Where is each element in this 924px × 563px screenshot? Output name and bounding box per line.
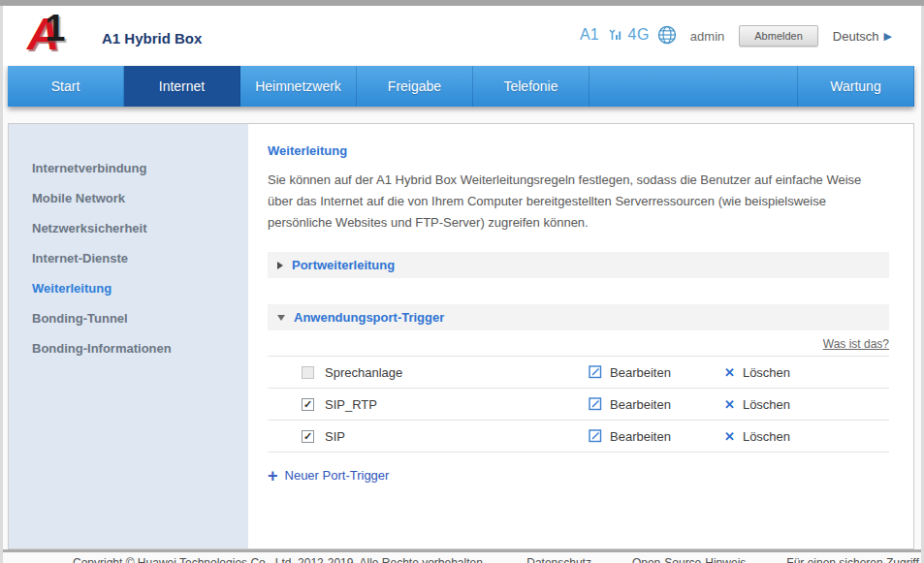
nav-tab-telefonie[interactable]: Telefonie: [473, 66, 589, 107]
language-label: Deutsch: [833, 29, 879, 44]
what-is-this-link[interactable]: Was ist das?: [823, 337, 889, 351]
delete-x-icon: ✕: [724, 397, 735, 412]
page-title-brand: A1 Hybrid Box: [102, 30, 202, 47]
sidebar-menu: InternetverbindungMobile NetworkNetzwerk…: [9, 124, 248, 548]
edit-button[interactable]: Bearbeiten: [589, 429, 724, 444]
sidebar-item-internet-dienste[interactable]: Internet-Dienste: [9, 243, 248, 273]
logged-in-user: admin: [690, 29, 724, 44]
chevron-right-icon: ▶: [884, 30, 892, 43]
row-checkbox[interactable]: [302, 366, 314, 379]
footer-link[interactable]: Für einen sicheren Zugriff, laden Sie da…: [786, 556, 924, 563]
trigger-rows: SprechanlageBearbeiten✕Löschen✓SIP_RTPBe…: [268, 356, 889, 453]
delete-label: Löschen: [743, 365, 790, 380]
nav-tab-heimnetzwerk[interactable]: Heimnetzwerk: [240, 66, 357, 107]
row-checkbox[interactable]: ✓: [302, 398, 314, 411]
add-port-trigger-label: Neuer Port-Trigger: [285, 468, 390, 483]
main-content: Weiterleitung Sie können auf der A1 Hybr…: [248, 124, 913, 548]
header: A1 A1 Hybrid Box A1 4G admin Abmelden: [0, 6, 924, 66]
delete-x-icon: ✕: [724, 365, 735, 380]
language-selector[interactable]: Deutsch ▶: [833, 29, 892, 44]
delete-x-icon: ✕: [724, 429, 735, 444]
edit-label: Bearbeiten: [610, 429, 671, 444]
nav-tab-freigabe[interactable]: Freigabe: [357, 66, 473, 107]
sidebar-item-bonding-informationen[interactable]: Bonding-Informationen: [9, 333, 248, 363]
network-type-label: 4G: [628, 26, 650, 44]
carrier-label: A1: [580, 26, 599, 44]
sidebar-item-bonding-tunnel[interactable]: Bonding-Tunnel: [9, 303, 248, 333]
footer-link[interactable]: Open-Source-Hinweis: [632, 556, 746, 563]
signal-bars-icon: [606, 27, 621, 43]
nav-tab-wartung[interactable]: Wartung: [798, 66, 914, 107]
trigger-name: SIP: [325, 429, 589, 444]
globe-icon: [656, 24, 678, 46]
delete-button[interactable]: ✕Löschen: [724, 365, 889, 380]
accordion-label: Anwendungsport-Trigger: [294, 310, 444, 325]
copyright-text: Copyright © Huawei Technologies Co., Ltd…: [73, 556, 486, 563]
edit-button[interactable]: Bearbeiten: [589, 365, 724, 380]
table-row: SprechanlageBearbeiten✕Löschen: [268, 357, 889, 389]
sidebar-item-internetverbindung[interactable]: Internetverbindung: [9, 153, 248, 183]
footer: Copyright © Huawei Technologies Co., Ltd…: [0, 552, 924, 563]
sidebar-item-netzwerksicherheit[interactable]: Netzwerksicherheit: [9, 213, 248, 243]
main-nav: StartInternetHeimnetzwerkFreigabeTelefon…: [8, 66, 914, 107]
sidebar-item-weiterleitung[interactable]: Weiterleitung: [9, 273, 248, 303]
delete-label: Löschen: [743, 397, 790, 412]
window-left-edge: [0, 6, 3, 563]
trigger-name: Sprechanlage: [325, 365, 589, 380]
delete-button[interactable]: ✕Löschen: [724, 429, 889, 444]
content-wrapper: InternetverbindungMobile NetworkNetzwerk…: [8, 123, 914, 549]
table-row: ✓SIPBearbeiten✕Löschen: [268, 421, 889, 453]
logout-button[interactable]: Abmelden: [739, 25, 818, 47]
row-checkbox[interactable]: ✓: [302, 430, 314, 443]
logo-digit-1: 1: [45, 8, 65, 48]
accordion-anwendungsport-trigger[interactable]: Anwendungsport-Trigger: [268, 304, 889, 330]
add-port-trigger-button[interactable]: + Neuer Port-Trigger: [268, 468, 889, 483]
help-row: Was ist das?: [268, 334, 889, 352]
user-area: admin Abmelden Deutsch ▶: [690, 25, 892, 47]
section-description: Sie können auf der A1 Hybrid Box Weiterl…: [268, 170, 889, 233]
sidebar-item-mobile-network[interactable]: Mobile Network: [9, 183, 248, 213]
delete-button[interactable]: ✕Löschen: [724, 397, 889, 412]
edit-icon: [589, 365, 602, 379]
edit-button[interactable]: Bearbeiten: [589, 397, 724, 412]
a1-logo: A1: [27, 8, 95, 60]
edit-label: Bearbeiten: [610, 397, 671, 412]
edit-icon: [589, 429, 602, 443]
trigger-name: SIP_RTP: [325, 397, 589, 412]
nav-tab-start[interactable]: Start: [8, 66, 124, 107]
connection-status: A1 4G: [580, 24, 678, 46]
nav-spacer: [589, 66, 798, 107]
accordion-label: Portweiterleitung: [292, 258, 395, 272]
accordion-portweiterleitung[interactable]: Portweiterleitung: [268, 252, 889, 278]
footer-link[interactable]: Datenschutz: [526, 556, 591, 563]
edit-icon: [589, 397, 602, 411]
delete-label: Löschen: [743, 429, 790, 444]
collapsed-arrow-icon: [277, 262, 283, 269]
nav-tab-internet[interactable]: Internet: [124, 66, 240, 107]
edit-label: Bearbeiten: [610, 365, 671, 380]
expanded-arrow-icon: [277, 315, 285, 321]
section-title: Weiterleitung: [268, 143, 889, 158]
plus-icon: +: [268, 469, 278, 483]
table-row: ✓SIP_RTPBearbeiten✕Löschen: [268, 389, 889, 421]
